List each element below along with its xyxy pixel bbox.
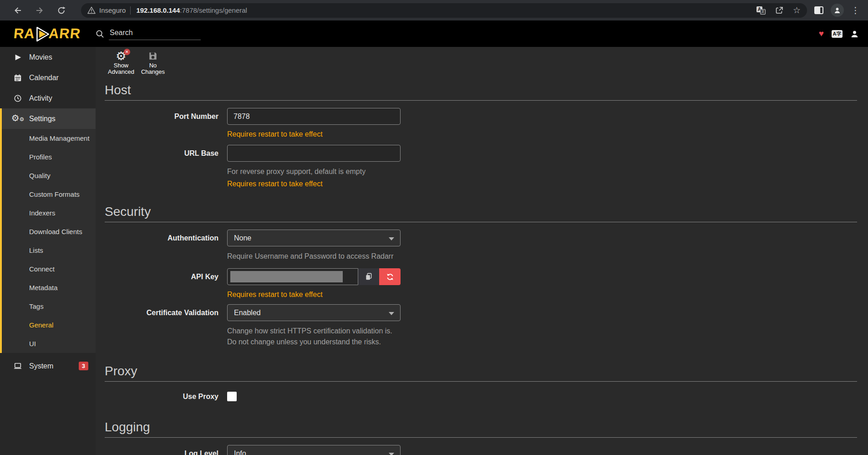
sidebar-item-custom-formats[interactable]: Custom Formats: [2, 185, 96, 204]
not-secure-warning-icon: [87, 6, 96, 14]
section-divider: [105, 381, 857, 382]
log-level-select[interactable]: Info: [227, 445, 401, 455]
section-title-security: Security: [105, 204, 857, 219]
sidebar-item-media-management[interactable]: Media Management: [2, 129, 96, 148]
section-divider: [105, 437, 857, 438]
browser-reload-button[interactable]: [54, 3, 69, 18]
side-panel-icon[interactable]: [814, 6, 823, 14]
section-title-logging: Logging: [105, 420, 857, 435]
port-number-input[interactable]: [227, 108, 401, 125]
certificate-validation-select[interactable]: Enabled: [227, 304, 401, 321]
calendar-icon: [13, 74, 23, 82]
sidebar: Movies Calendar Activity ⚙⚙ Settings Med…: [0, 47, 96, 455]
settings-toolbar: ⚙ ✕ Show Advanced No Changes: [96, 47, 868, 73]
search-input[interactable]: [109, 28, 201, 40]
port-number-row: Port Number Requires restart to take eff…: [105, 108, 857, 138]
log-level-row: Log Level Info: [105, 445, 857, 455]
certificate-validation-value: Enabled: [234, 309, 261, 317]
sidebar-item-download-clients[interactable]: Download Clients: [2, 222, 96, 241]
logging-section: Logging Log Level Info: [105, 420, 857, 455]
sidebar-item-label: Settings: [29, 115, 56, 123]
sidebar-item-label: Calendar: [29, 74, 59, 82]
log-level-label: Log Level: [105, 445, 218, 455]
sidebar-item-settings[interactable]: ⚙⚙ Settings: [2, 108, 96, 129]
section-title-proxy: Proxy: [105, 364, 857, 378]
sidebar-item-activity[interactable]: Activity: [0, 88, 96, 108]
search-bar: [96, 28, 201, 40]
translate-icon[interactable]: A字: [832, 30, 843, 38]
translate-page-icon[interactable]: A文: [756, 6, 766, 15]
clock-icon: [13, 94, 23, 102]
authentication-value: None: [234, 234, 251, 242]
chevron-down-icon: [389, 453, 394, 455]
sidebar-item-indexers[interactable]: Indexers: [2, 204, 96, 222]
sidebar-item-quality[interactable]: Quality: [2, 166, 96, 185]
browser-profile-avatar[interactable]: [831, 4, 844, 17]
sidebar-item-profiles[interactable]: Profiles: [2, 148, 96, 166]
chevron-down-icon: [389, 237, 394, 240]
sidebar-item-tags[interactable]: Tags: [2, 297, 96, 316]
logo-text-right: ARR: [48, 26, 81, 42]
sidebar-settings-group: ⚙⚙ Settings Media Management Profiles Qu…: [0, 108, 96, 353]
url-path: :7878/settings/general: [180, 6, 247, 14]
api-key-hidden-value: [230, 271, 343, 282]
browser-menu-icon[interactable]: ⋮: [851, 8, 860, 13]
sidebar-item-movies[interactable]: Movies: [0, 47, 96, 67]
gears-icon: ⚙⚙: [13, 113, 23, 124]
donate-heart-icon[interactable]: ♥: [819, 29, 824, 39]
url-base-help: For reverse proxy support, default is em…: [227, 166, 401, 177]
copy-api-key-button[interactable]: [358, 268, 379, 285]
sidebar-item-label: Movies: [29, 53, 52, 61]
sidebar-item-connect[interactable]: Connect: [2, 260, 96, 278]
radarr-header: RA ARR ♥ A字: [0, 20, 868, 47]
radarr-logo[interactable]: RA ARR: [0, 26, 96, 42]
bookmark-star-icon[interactable]: ☆: [793, 5, 801, 15]
authentication-row: Authentication None Require Username and…: [105, 230, 857, 262]
system-health-badge: 3: [79, 362, 88, 370]
search-icon: [96, 30, 104, 38]
forward-arrow-icon: [35, 6, 44, 15]
url-divider: [130, 6, 131, 15]
use-proxy-checkbox[interactable]: [227, 392, 237, 401]
sidebar-item-system[interactable]: System 3: [0, 356, 96, 376]
api-key-row: API Key: [105, 268, 857, 299]
browser-toolbar: Inseguro 192.168.0.144 :7878/settings/ge…: [0, 0, 868, 20]
regenerate-api-key-button[interactable]: [379, 268, 401, 285]
authentication-help: Require Username and Password to access …: [227, 251, 401, 262]
api-key-group: [227, 268, 401, 285]
reload-icon: [57, 6, 66, 15]
advanced-off-badge: ✕: [124, 49, 130, 55]
show-advanced-button[interactable]: ⚙ ✕ Show Advanced: [107, 50, 135, 75]
back-arrow-icon: [13, 6, 22, 15]
url-bar[interactable]: Inseguro 192.168.0.144 :7878/settings/ge…: [81, 3, 807, 18]
play-icon: [13, 53, 23, 61]
security-section: Security Authentication None Require Use…: [105, 204, 857, 348]
account-person-icon[interactable]: [850, 30, 859, 38]
url-base-input[interactable]: [227, 145, 401, 162]
browser-forward-button[interactable]: [32, 3, 47, 18]
radarr-settings-screen: Inseguro 192.168.0.144 :7878/settings/ge…: [0, 0, 868, 455]
sidebar-item-ui[interactable]: UI: [2, 334, 96, 353]
general-settings-page: Host Port Number Requires restart to tak…: [96, 83, 868, 455]
restart-warning: Requires restart to take effect: [227, 291, 401, 299]
sidebar-item-label: Activity: [29, 94, 52, 102]
use-proxy-label: Use Proxy: [105, 392, 218, 402]
authentication-select[interactable]: None: [227, 230, 401, 246]
restart-warning: Requires restart to take effect: [227, 180, 401, 188]
sidebar-item-lists[interactable]: Lists: [2, 241, 96, 260]
share-icon[interactable]: [775, 6, 784, 15]
restart-warning: Requires restart to take effect: [227, 130, 401, 138]
sidebar-item-calendar[interactable]: Calendar: [0, 67, 96, 88]
sidebar-item-general[interactable]: General: [2, 316, 96, 334]
certificate-validation-help: Change how strict HTTPS certification va…: [227, 326, 401, 348]
settings-content: ⚙ ✕ Show Advanced No Changes Ho: [96, 47, 868, 455]
certificate-validation-label: Certificate Validation: [105, 304, 218, 348]
save-floppy-icon: [148, 50, 158, 62]
url-base-label: URL Base: [105, 145, 218, 188]
sidebar-item-metadata[interactable]: Metadata: [2, 278, 96, 297]
browser-back-button[interactable]: [10, 3, 25, 18]
section-divider: [105, 222, 857, 222]
save-changes-button[interactable]: No Changes: [139, 50, 167, 75]
api-key-input[interactable]: [227, 268, 358, 285]
laptop-icon: [13, 362, 23, 370]
